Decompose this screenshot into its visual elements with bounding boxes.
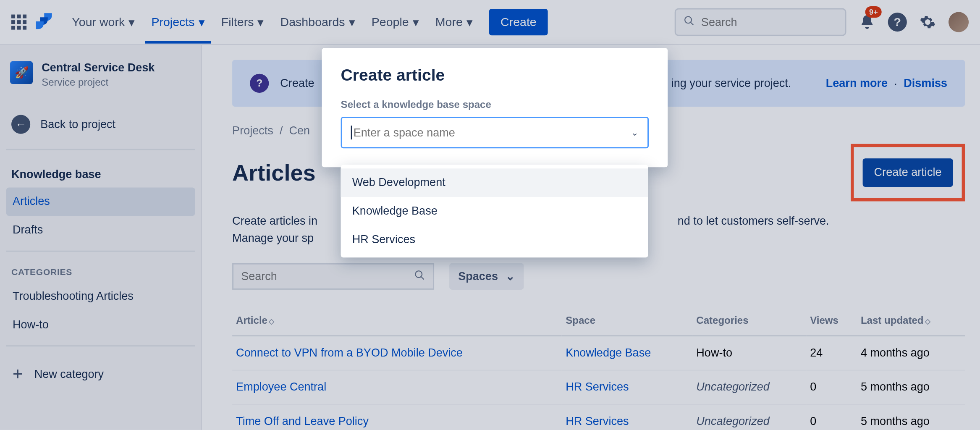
space-option[interactable]: Knowledge Base [341,197,648,225]
space-option[interactable]: HR Services [341,225,648,254]
space-options-dropdown: Web Development Knowledge Base HR Servic… [341,165,648,257]
space-select-input[interactable] [354,126,631,139]
chevron-down-icon: ⌄ [631,128,639,138]
create-article-modal: Create article Select a knowledge base s… [322,48,668,167]
space-option[interactable]: Web Development [341,168,648,197]
space-select[interactable]: ⌄ [341,117,649,148]
modal-title: Create article [341,66,649,85]
modal-field-label: Select a knowledge base space [341,99,649,110]
